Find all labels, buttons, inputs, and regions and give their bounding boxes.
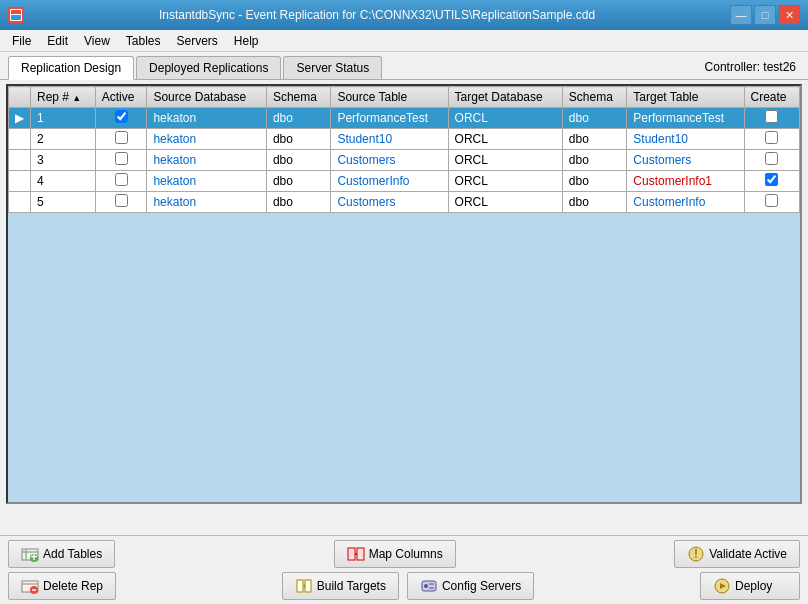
svg-rect-8 <box>348 548 355 560</box>
cell-active[interactable] <box>95 108 147 129</box>
active-checkbox[interactable] <box>115 110 128 123</box>
cell-source-db: hekaton <box>147 192 267 213</box>
table-row[interactable]: 5hekatondboCustomersORCLdboCustomerInfo <box>9 192 800 213</box>
row-current-indicator <box>9 192 31 213</box>
col-header-schema2[interactable]: Schema <box>562 87 626 108</box>
col-header-indicator <box>9 87 31 108</box>
cell-schema1: dbo <box>266 192 330 213</box>
validate-active-button[interactable]: ! Validate Active <box>674 540 800 568</box>
row-current-indicator <box>9 150 31 171</box>
cell-active[interactable] <box>95 150 147 171</box>
cell-source-table: CustomerInfo <box>331 171 448 192</box>
col-header-create[interactable]: Create <box>744 87 799 108</box>
svg-rect-17 <box>297 580 303 592</box>
close-button[interactable]: ✕ <box>778 5 800 25</box>
cell-schema1: dbo <box>266 171 330 192</box>
col-header-source-table[interactable]: Source Table <box>331 87 448 108</box>
menu-edit[interactable]: Edit <box>39 32 76 50</box>
config-servers-icon <box>420 577 438 595</box>
menu-tables[interactable]: Tables <box>118 32 169 50</box>
active-checkbox[interactable] <box>115 194 128 207</box>
create-checkbox[interactable] <box>765 152 778 165</box>
cell-create[interactable] <box>744 192 799 213</box>
controller-label: Controller: test26 <box>705 60 796 74</box>
window-controls: — □ ✕ <box>730 5 800 25</box>
svg-text:+: + <box>30 550 37 563</box>
cell-schema2: dbo <box>562 108 626 129</box>
cell-rep-num: 4 <box>31 171 96 192</box>
svg-rect-1 <box>11 10 21 14</box>
svg-rect-2 <box>11 15 21 20</box>
row-current-indicator <box>9 171 31 192</box>
menu-bar: File Edit View Tables Servers Help <box>0 30 808 52</box>
col-header-source-db[interactable]: Source Database <box>147 87 267 108</box>
menu-servers[interactable]: Servers <box>169 32 226 50</box>
cell-target-table: CustomerInfo1 <box>627 171 744 192</box>
create-checkbox[interactable] <box>765 110 778 123</box>
delete-rep-button[interactable]: Delete Rep <box>8 572 116 600</box>
tab-server-status[interactable]: Server Status <box>283 56 382 79</box>
tab-bar: Replication Design Deployed Replications… <box>0 52 808 80</box>
cell-rep-num: 2 <box>31 129 96 150</box>
cell-create[interactable] <box>744 129 799 150</box>
cell-active[interactable] <box>95 129 147 150</box>
table-row[interactable]: 2hekatondboStudent10ORCLdboStudent10 <box>9 129 800 150</box>
cell-target-table: PerformanceTest <box>627 108 744 129</box>
cell-schema2: dbo <box>562 150 626 171</box>
col-header-target-db[interactable]: Target Database <box>448 87 562 108</box>
cell-create[interactable] <box>744 108 799 129</box>
active-checkbox[interactable] <box>115 152 128 165</box>
add-tables-label: Add Tables <box>43 547 102 561</box>
svg-rect-18 <box>305 580 311 592</box>
cell-schema2: dbo <box>562 129 626 150</box>
cell-schema2: dbo <box>562 171 626 192</box>
table-row[interactable]: ▶1hekatondboPerformanceTestORCLdboPerfor… <box>9 108 800 129</box>
toolbar-row-1: + Add Tables Map Columns <box>8 540 800 568</box>
config-servers-button[interactable]: Config Servers <box>407 572 534 600</box>
table-row[interactable]: 4hekatondboCustomerInfoORCLdboCustomerIn… <box>9 171 800 192</box>
delete-rep-icon <box>21 577 39 595</box>
tab-deployed-replications[interactable]: Deployed Replications <box>136 56 281 79</box>
left-buttons-row1: + Add Tables <box>8 540 115 568</box>
menu-file[interactable]: File <box>4 32 39 50</box>
bottom-toolbar: + Add Tables Map Columns <box>0 535 808 604</box>
create-checkbox[interactable] <box>765 194 778 207</box>
cell-target-db: ORCL <box>448 192 562 213</box>
map-columns-button[interactable]: Map Columns <box>334 540 456 568</box>
table-row[interactable]: 3hekatondboCustomersORCLdboCustomers <box>9 150 800 171</box>
delete-rep-label: Delete Rep <box>43 579 103 593</box>
cell-rep-num: 3 <box>31 150 96 171</box>
cell-active[interactable] <box>95 171 147 192</box>
cell-schema2: dbo <box>562 192 626 213</box>
cell-create[interactable] <box>744 171 799 192</box>
active-checkbox[interactable] <box>115 131 128 144</box>
app-window: InstantdbSync - Event Replication for C:… <box>0 0 808 604</box>
col-header-active[interactable]: Active <box>95 87 147 108</box>
minimize-button[interactable]: — <box>730 5 752 25</box>
maximize-button[interactable]: □ <box>754 5 776 25</box>
cell-active[interactable] <box>95 192 147 213</box>
menu-help[interactable]: Help <box>226 32 267 50</box>
menu-view[interactable]: View <box>76 32 118 50</box>
col-header-schema1[interactable]: Schema <box>266 87 330 108</box>
cell-target-db: ORCL <box>448 150 562 171</box>
toolbar-row-2: Delete Rep Build Targets <box>8 572 800 600</box>
tab-replication-design[interactable]: Replication Design <box>8 56 134 80</box>
active-checkbox[interactable] <box>115 173 128 186</box>
add-tables-button[interactable]: + Add Tables <box>8 540 115 568</box>
deploy-button[interactable]: Deploy <box>700 572 800 600</box>
window-title: InstantdbSync - Event Replication for C:… <box>24 8 730 22</box>
cell-source-table: PerformanceTest <box>331 108 448 129</box>
col-header-rep-num[interactable]: Rep # ▲ <box>31 87 96 108</box>
sort-icon: ▲ <box>72 93 81 103</box>
validate-active-label: Validate Active <box>709 547 787 561</box>
add-tables-icon: + <box>21 545 39 563</box>
cell-source-table: Customers <box>331 150 448 171</box>
cell-create[interactable] <box>744 150 799 171</box>
create-checkbox[interactable] <box>765 131 778 144</box>
replication-table-wrapper: Rep # ▲ Active Source Database Schema So… <box>6 84 802 504</box>
cell-rep-num: 1 <box>31 108 96 129</box>
col-header-target-table[interactable]: Target Table <box>627 87 744 108</box>
build-targets-button[interactable]: Build Targets <box>282 572 399 600</box>
create-checkbox[interactable] <box>765 173 778 186</box>
